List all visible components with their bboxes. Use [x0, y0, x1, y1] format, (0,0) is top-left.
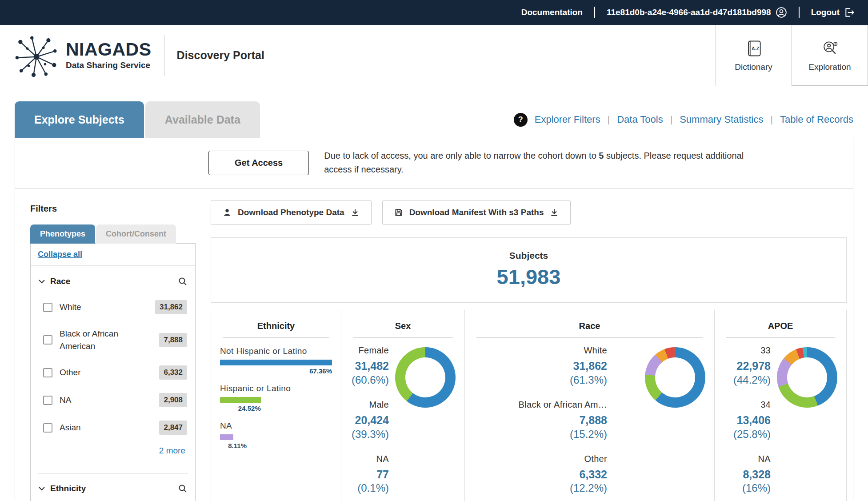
- legend-count: 31,862: [570, 360, 607, 373]
- link-separator: |: [770, 114, 772, 125]
- checkbox-white[interactable]: [43, 303, 52, 312]
- ethnicity-bar[interactable]: [220, 360, 332, 365]
- link-summary-statistics[interactable]: Summary Statistics: [680, 114, 763, 125]
- option-count-badge: 6,332: [159, 365, 187, 380]
- legend-count: 20,424: [352, 414, 389, 427]
- donut-hole: [655, 357, 695, 397]
- option-label: Black or African American: [60, 328, 152, 352]
- legend-category: 33: [733, 345, 771, 356]
- legend-count: 31,482: [352, 360, 389, 373]
- ethnicity-bar-label: Not Hispanic or Latino: [220, 346, 332, 356]
- brand-logo[interactable]: NIAGADS Data Sharing Service: [13, 33, 152, 78]
- race-chart-panel: Race White31,862(61.3%)Black or African …: [464, 310, 714, 501]
- topbar-divider: [594, 7, 595, 18]
- link-data-tools[interactable]: Data Tools: [617, 114, 663, 125]
- chart-title: Sex: [353, 321, 453, 337]
- donut-legend-item: Other6,332(12.2%): [570, 454, 607, 495]
- checkbox-black-or-african-american[interactable]: [43, 335, 52, 345]
- sex-chart-legend: Female31,482(60.6%)Male20,424(39.3%)NA77…: [350, 344, 389, 501]
- legend-count: 77: [357, 468, 389, 481]
- legend-count: 7,888: [519, 414, 607, 427]
- download-icon: [550, 208, 559, 217]
- ethnicity-chart-panel: Ethnicity Not Hispanic or Latino67.36%Hi…: [211, 310, 341, 501]
- person-icon: [223, 208, 232, 217]
- search-icon[interactable]: [178, 484, 187, 493]
- tabs-row: Explore Subjects Available Data ? Explor…: [0, 101, 868, 138]
- sex-donut-chart[interactable]: [395, 347, 456, 408]
- checkbox-other[interactable]: [43, 368, 52, 377]
- dictionary-icon: A-Z: [744, 39, 764, 58]
- download-manifest-button[interactable]: Download Manifest With s3 Paths: [382, 200, 571, 225]
- race-facet-header[interactable]: Race: [38, 269, 188, 293]
- legend-count: 22,978: [733, 360, 771, 373]
- download-phenotype-label: Download Phenotype Data: [238, 208, 344, 217]
- tab-explore-subjects[interactable]: Explore Subjects: [15, 101, 144, 138]
- race-donut-chart[interactable]: [645, 347, 705, 408]
- chart-title: Ethnicity: [223, 321, 329, 337]
- filter-tabs: Phenotypes Cohort/Consent: [30, 224, 199, 244]
- donut-hole: [787, 357, 827, 397]
- link-separator: |: [670, 114, 672, 125]
- legend-percent: (15.2%): [519, 428, 607, 441]
- notice-subject-limit: 5: [599, 151, 604, 160]
- option-label: NA: [60, 394, 152, 406]
- ethnicity-bar[interactable]: [220, 397, 261, 403]
- link-explorer-filters[interactable]: Explorer Filters: [535, 114, 600, 125]
- legend-category: Male: [352, 400, 389, 410]
- legend-category: Other: [570, 454, 607, 464]
- donut-legend-item: 3322,978(44.2%): [733, 345, 771, 386]
- exploration-icon: [820, 39, 840, 58]
- race-more-link[interactable]: 2 more: [159, 446, 185, 455]
- download-icon: [351, 208, 360, 217]
- option-count-badge: 2,847: [159, 421, 187, 435]
- access-notice: Get Access Due to lack of access, you ar…: [15, 138, 853, 188]
- donut-legend-item: NA77(0.1%): [357, 454, 389, 495]
- nav-exploration[interactable]: Exploration: [792, 25, 868, 86]
- legend-percent: (0.1%): [357, 482, 389, 494]
- legend-category: Black or African Am…: [519, 400, 607, 410]
- link-separator: |: [608, 114, 610, 125]
- link-table-of-records[interactable]: Table of Records: [780, 114, 853, 125]
- get-access-button[interactable]: Get Access: [208, 151, 309, 175]
- ethnicity-bar[interactable]: [220, 434, 233, 440]
- search-icon[interactable]: [178, 277, 187, 286]
- option-count-badge: 2,908: [159, 393, 187, 407]
- page-title: Discovery Portal: [177, 49, 264, 62]
- help-icon[interactable]: ?: [514, 113, 528, 127]
- documentation-link[interactable]: Documentation: [521, 8, 583, 17]
- apoe-donut-chart[interactable]: [777, 347, 837, 408]
- donut-legend-item: White31,862(61.3%): [570, 345, 607, 386]
- more-row: 2 more: [38, 441, 188, 462]
- logout-button[interactable]: Logout: [811, 7, 856, 18]
- option-label: White: [60, 301, 148, 313]
- legend-percent: (12.2%): [570, 482, 607, 494]
- filter-panel: Collapse all Race White 31,862: [30, 243, 196, 501]
- ethnicity-bar-label: Hispanic or Latino: [220, 384, 332, 393]
- explore-subjects-panel: Get Access Due to lack of access, you ar…: [15, 138, 853, 501]
- brand-name: NIAGADS: [66, 40, 152, 59]
- ethnicity-facet-header[interactable]: Ethnicity: [38, 473, 188, 501]
- tab-phenotypes[interactable]: Phenotypes: [30, 224, 95, 244]
- collapse-all-link[interactable]: Collapse all: [38, 250, 82, 259]
- checkbox-na[interactable]: [43, 396, 52, 405]
- donut-legend-item: NA8,328(16%): [742, 454, 771, 495]
- ethnicity-bar-item: Hispanic or Latino24.52%: [220, 384, 332, 412]
- race-chart-body: White31,862(61.3%)Black or African Am…7,…: [474, 344, 705, 501]
- nav-dictionary[interactable]: A-Z Dictionary: [715, 25, 792, 86]
- documentation-label: Documentation: [521, 8, 583, 17]
- user-session-link[interactable]: 11e81d0b-a24e-4966-aa1d-d47d181bd998: [607, 7, 787, 18]
- filters-sidebar: Filters Phenotypes Cohort/Consent Collap…: [15, 188, 199, 501]
- legend-category: 34: [733, 400, 771, 410]
- tab-available-data[interactable]: Available Data: [145, 101, 260, 138]
- tab-cohort-consent[interactable]: Cohort/Consent: [96, 224, 176, 244]
- chart-title: APOE: [726, 321, 835, 337]
- checkbox-asian[interactable]: [43, 423, 52, 433]
- logout-icon: [844, 7, 856, 18]
- download-phenotype-button[interactable]: Download Phenotype Data: [211, 200, 372, 225]
- user-id-text: 11e81d0b-a24e-4966-aa1d-d47d181bd998: [607, 8, 771, 17]
- donut-legend-item: Black or African Am…7,888(15.2%): [519, 400, 607, 441]
- apoe-chart-panel: APOE 3322,978(44.2%)3413,406(25.8%)NA8,3…: [714, 310, 846, 501]
- apoe-chart-body: 3322,978(44.2%)3413,406(25.8%)NA8,328(16…: [724, 344, 837, 501]
- legend-percent: (16%): [742, 482, 771, 494]
- download-manifest-label: Download Manifest With s3 Paths: [409, 208, 544, 217]
